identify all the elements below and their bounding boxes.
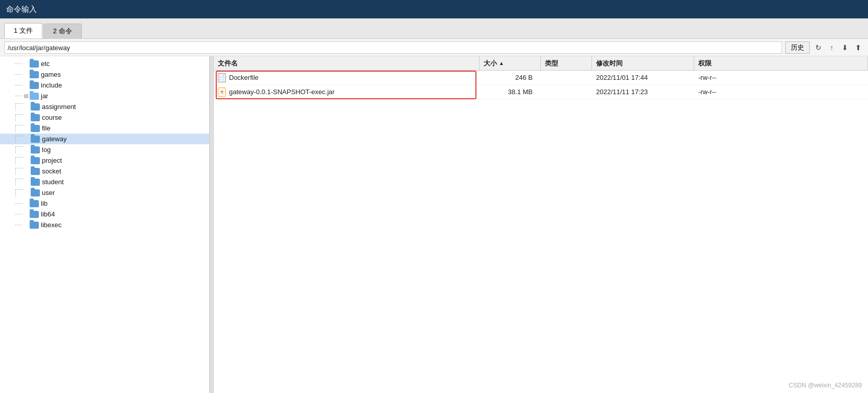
scroll-divider xyxy=(210,56,214,393)
col-date[interactable]: 修改时间 xyxy=(592,56,694,70)
file-cell-size: 38.1 MB xyxy=(479,88,541,96)
folder-icon-libexec xyxy=(30,222,39,229)
upload-icon[interactable]: ⬆ xyxy=(853,42,864,53)
file-cell-date: 2022/11/11 17:23 xyxy=(592,88,694,96)
tree-item-course[interactable]: course xyxy=(0,112,209,123)
tree-label-file: file xyxy=(42,124,51,132)
folder-icon-include xyxy=(30,82,39,89)
tree-label-course: course xyxy=(42,114,62,121)
watermark: CSDN @weixin_42459289 xyxy=(789,382,862,389)
folder-icon-games xyxy=(30,71,39,78)
address-bar: /usr/local/jar/gateway 历史 ↻ ↑ ⬇ ⬆ xyxy=(0,39,868,56)
file-name: Dockerfile xyxy=(229,74,259,81)
folder-icon-socket xyxy=(31,168,40,175)
tree-item-student[interactable]: student xyxy=(0,177,209,187)
tree-label-lib: lib xyxy=(41,200,48,207)
file-cell-date: 2022/11/01 17:44 xyxy=(592,74,694,81)
file-cell-perm: -rw-r-- xyxy=(694,88,868,96)
tree-label-gateway: gateway xyxy=(42,135,66,143)
folder-icon-lib64 xyxy=(30,211,39,218)
address-path[interactable]: /usr/local/jar/gateway xyxy=(4,41,782,54)
file-cell-name: 📄 Dockerfile xyxy=(214,73,479,82)
tree-label-etc: etc xyxy=(41,60,50,68)
tree-label-socket: socket xyxy=(42,167,61,175)
tree-label-student: student xyxy=(42,178,64,186)
tree-item-log[interactable]: log xyxy=(0,144,209,155)
tree-item-games[interactable]: games xyxy=(0,69,209,80)
tree-item-socket[interactable]: socket xyxy=(0,166,209,177)
tree-label-log: log xyxy=(42,146,51,154)
col-perm[interactable]: 权限 xyxy=(694,56,868,70)
col-name[interactable]: 文件名 xyxy=(214,56,479,70)
tree-item-include[interactable]: include xyxy=(0,80,209,91)
tree-toggle: ⊟ xyxy=(22,93,30,99)
col-type[interactable]: 类型 xyxy=(541,56,592,70)
tree-item-user[interactable]: user xyxy=(0,187,209,198)
folder-icon-project xyxy=(31,157,40,164)
folder-icon-jar xyxy=(30,93,39,100)
tree-item-assignment[interactable]: assignment xyxy=(0,101,209,112)
main-area: etcgamesinclude⊟jarassignmentcoursefileg… xyxy=(0,56,868,393)
sort-arrow: ▲ xyxy=(499,60,504,66)
folder-icon-course xyxy=(31,114,40,121)
tree-item-etc[interactable]: etc xyxy=(0,58,209,69)
file-table-header: 文件名 大小 ▲ 类型 修改时间 权限 xyxy=(214,56,868,71)
folder-icon-assignment xyxy=(31,103,40,111)
tree-panel: etcgamesinclude⊟jarassignmentcoursefileg… xyxy=(0,56,210,393)
file-cell-size: 246 B xyxy=(479,74,541,81)
tree-item-libexec[interactable]: libexec xyxy=(0,220,209,230)
download-icon[interactable]: ⬇ xyxy=(839,42,851,53)
tree-item-lib[interactable]: lib xyxy=(0,198,209,209)
tree-item-gateway[interactable]: gateway xyxy=(0,134,209,144)
tree-item-project[interactable]: project xyxy=(0,155,209,166)
tree-item-lib64[interactable]: lib64 xyxy=(0,209,209,220)
tree-item-file[interactable]: file xyxy=(0,123,209,134)
tree-label-libexec: libexec xyxy=(41,221,61,229)
tab-commands[interactable]: 2 命令 xyxy=(43,24,82,38)
folder-icon-log xyxy=(31,146,40,154)
tab-bar: 1 文件 2 命令 xyxy=(0,18,868,39)
refresh-icon[interactable]: ↻ xyxy=(813,42,824,53)
folder-icon-student xyxy=(31,179,40,186)
tree-label-lib64: lib64 xyxy=(41,210,55,218)
folder-icon-lib xyxy=(30,200,39,207)
folder-icon-file xyxy=(31,125,40,132)
folder-icon-user xyxy=(31,189,40,196)
tree-label-project: project xyxy=(42,157,62,164)
file-panel: 文件名 大小 ▲ 类型 修改时间 权限 📄 Dockerfile xyxy=(214,56,868,393)
col-size[interactable]: 大小 ▲ xyxy=(479,56,541,70)
tree-label-games: games xyxy=(41,71,61,78)
tree-label-include: include xyxy=(41,81,62,89)
tab-files[interactable]: 1 文件 xyxy=(4,23,42,38)
jar-icon: ☕ xyxy=(218,88,226,97)
tree-label-assignment: assignment xyxy=(42,103,76,111)
up-icon[interactable]: ↑ xyxy=(826,42,837,53)
file-list: 📄 Dockerfile 246 B 2022/11/01 17:44 -rw-… xyxy=(214,71,868,393)
title-label: 命令输入 xyxy=(6,5,37,14)
tree-label-user: user xyxy=(42,189,55,196)
history-button[interactable]: 历史 xyxy=(785,41,810,54)
file-name: gateway-0.0.1-SNAPSHOT-exec.jar xyxy=(229,88,335,96)
doc-icon: 📄 xyxy=(218,73,226,82)
title-bar: 命令输入 xyxy=(0,0,868,18)
tree-label-jar: jar xyxy=(41,92,48,100)
folder-icon-etc xyxy=(30,60,39,68)
file-row[interactable]: 📄 Dockerfile 246 B 2022/11/01 17:44 -rw-… xyxy=(214,71,868,85)
folder-icon-gateway xyxy=(31,136,40,143)
toolbar-icons: ↻ ↑ ⬇ ⬆ xyxy=(813,42,864,53)
file-cell-perm: -rw-r-- xyxy=(694,74,868,81)
file-cell-name: ☕ gateway-0.0.1-SNAPSHOT-exec.jar xyxy=(214,88,479,97)
file-row[interactable]: ☕ gateway-0.0.1-SNAPSHOT-exec.jar 38.1 M… xyxy=(214,85,868,99)
tree-item-jar[interactable]: ⊟jar xyxy=(0,91,209,101)
